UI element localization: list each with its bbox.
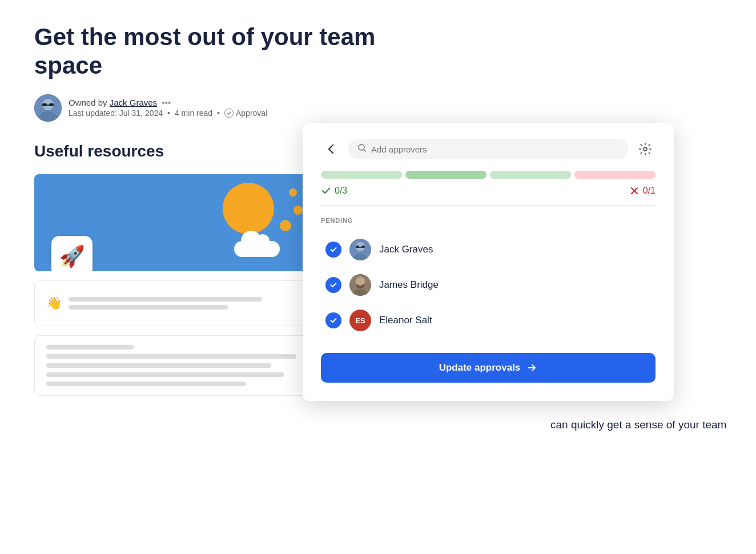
approver-item-jack[interactable]: Jack Graves (321, 233, 656, 266)
approver-item-james[interactable]: James Bridge (321, 268, 656, 302)
approval-popup: 0/3 0/1 PENDING (303, 123, 674, 401)
svg-point-18 (356, 278, 364, 286)
svg-rect-13 (359, 247, 361, 248)
svg-rect-4 (49, 103, 54, 106)
resource-card-3 (34, 335, 308, 396)
check-badge-jack (325, 242, 341, 258)
settings-button[interactable] (635, 139, 656, 159)
search-icon (357, 143, 367, 155)
meta-info: Owned by Jack Graves ••• Last updated: J… (69, 98, 267, 118)
meta-owner-line: Owned by Jack Graves ••• (69, 98, 267, 107)
sun-decoration (223, 183, 274, 234)
svg-rect-5 (47, 105, 49, 106)
rocket-icon-box: 🚀 (51, 236, 93, 271)
progress-seg-3 (490, 171, 571, 179)
meta-row: Owned by Jack Graves ••• Last updated: J… (34, 94, 411, 122)
check-badge-james (325, 277, 341, 293)
meta-details: Last updated: Jul 31, 2024 • 4 min read … (69, 109, 267, 118)
avatar-eleanor: ES (349, 310, 371, 331)
right-bottom-text: can quickly get a sense of your team (550, 416, 733, 434)
approver-name-eleanor: Eleanor Salt (379, 315, 432, 326)
progress-bar (321, 171, 656, 179)
arrow-right-icon (526, 362, 537, 374)
svg-point-7 (644, 147, 647, 151)
rejected-count: 0/1 (629, 186, 656, 196)
wave-emoji: 👋 (46, 296, 62, 311)
check-badge-eleanor (325, 312, 341, 328)
progress-counts: 0/3 0/1 (321, 186, 656, 206)
owner-link[interactable]: Jack Graves (110, 98, 157, 107)
update-approvals-button[interactable]: Update approvals (321, 353, 656, 383)
sun-dot-3 (280, 220, 291, 231)
resource-card-2: 👋 (34, 280, 308, 326)
resource-card-1: 🚀 (34, 174, 331, 271)
check-icon (321, 186, 331, 196)
approved-count: 0/3 (321, 186, 347, 196)
pending-label: PENDING (321, 217, 656, 224)
search-input[interactable] (371, 144, 619, 154)
approval-badge: Approval (224, 109, 267, 118)
approver-item-eleanor[interactable]: ES Eleanor Salt (321, 304, 656, 337)
progress-seg-1 (321, 171, 402, 179)
approver-name-james: James Bridge (379, 279, 439, 291)
sun-dot-2 (293, 206, 303, 215)
search-box[interactable] (348, 139, 628, 159)
popup-header (321, 139, 656, 159)
svg-rect-3 (42, 103, 47, 106)
more-button[interactable]: ••• (162, 98, 171, 107)
svg-rect-12 (361, 246, 365, 248)
approver-list: Jack Graves James Bridge (321, 233, 656, 337)
progress-seg-4 (574, 171, 656, 179)
svg-rect-11 (356, 246, 359, 248)
x-icon (629, 186, 640, 196)
cloud-decoration (234, 241, 280, 257)
avatar-james (349, 274, 371, 296)
approver-name-jack: Jack Graves (379, 244, 433, 255)
page-title: Get the most out of your team space (34, 23, 411, 81)
wave-lines (69, 297, 296, 310)
sun-dot-1 (289, 188, 297, 196)
author-avatar (34, 94, 62, 122)
back-button[interactable] (321, 139, 341, 159)
approval-check-icon (224, 109, 234, 118)
avatar-jack (349, 239, 371, 260)
progress-seg-2 (405, 171, 486, 179)
